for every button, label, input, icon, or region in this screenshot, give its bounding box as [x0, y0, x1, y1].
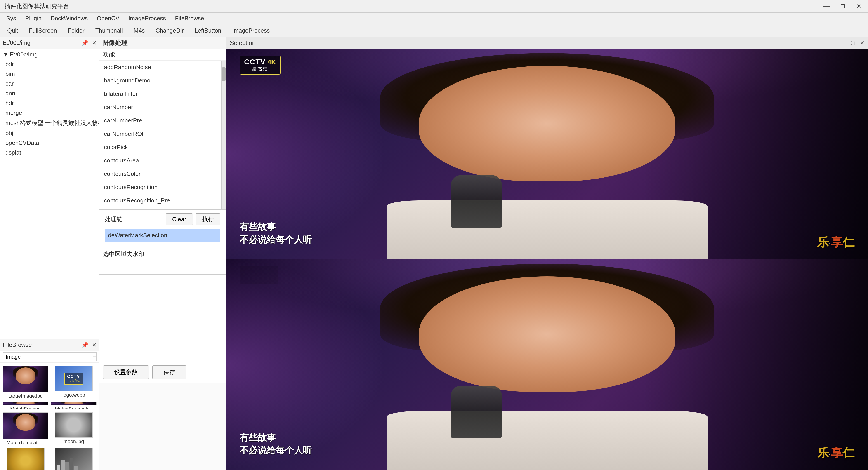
tree-item[interactable]: car	[0, 79, 99, 89]
tree-item[interactable]: qsplat	[0, 148, 99, 157]
func-item[interactable]: addRandomNoise	[99, 61, 226, 74]
file-thumbnail	[3, 412, 49, 439]
menu-opencv[interactable]: OpenCV	[93, 13, 123, 24]
cctv-sub: 超高清	[252, 66, 268, 72]
func-item[interactable]: carNumberPre	[99, 114, 226, 127]
processed-image[interactable]: 有些故事 不必说给每个人听 乐·享仁	[226, 259, 868, 470]
file-grid: LargeImage.jpg CCTV 4K 超高清 logo.webp	[0, 363, 99, 470]
img-proc-panel: 图像处理 功能 addRandomNoise backgroundDemo bi…	[99, 37, 226, 470]
tree-item[interactable]: hdr	[0, 98, 99, 108]
subtitle-line4: 不必说给每个人听	[240, 444, 312, 457]
corner-decoration-2: 乐·享仁	[817, 445, 855, 461]
tree-item[interactable]: dnn	[0, 89, 99, 98]
list-item[interactable]: Morphological-...	[50, 447, 98, 470]
close-button[interactable]: ✕	[854, 2, 864, 11]
sel-images: CCTV 4K 超高清 有些故事 不必说给每个人听 乐·享仁	[226, 49, 868, 470]
bottom-buttons: 设置参数 保存	[99, 362, 226, 383]
func-item[interactable]: contoursRecognition_Pre	[99, 194, 226, 207]
tree-item[interactable]: openCVData	[0, 138, 99, 148]
func-scroll-track	[221, 61, 226, 210]
desc-text: 选中区域去水印	[103, 251, 144, 257]
func-item[interactable]: contoursWhite	[99, 207, 226, 210]
file-thumbnail	[55, 448, 93, 470]
list-item[interactable]: moon1.jpg	[2, 447, 49, 470]
save-button[interactable]: 保存	[152, 365, 186, 379]
list-item[interactable]: moon.jpg	[50, 411, 98, 446]
toolbar-fullscreen[interactable]: FullScreen	[24, 25, 62, 36]
func-item[interactable]: contoursRecognition	[99, 181, 226, 194]
menu-filebrowse[interactable]: FileBrowse	[171, 13, 208, 24]
tree-item[interactable]: bim	[0, 69, 99, 79]
chain-buttons: Clear 执行	[166, 213, 220, 225]
selection-panel: Selection ⬡ ✕	[226, 37, 868, 470]
tree-item[interactable]: obj	[0, 128, 99, 138]
file-browse-panel: FileBrowse 📌 ✕ Image	[0, 339, 99, 470]
func-item[interactable]: contoursColor	[99, 167, 226, 181]
toolbar-imageprocess[interactable]: ImageProcess	[227, 25, 275, 36]
func-list: addRandomNoise backgroundDemo bilateralF…	[99, 61, 226, 210]
menu-sys[interactable]: Sys	[2, 13, 20, 24]
menu-imageprocess[interactable]: ImageProcess	[124, 13, 170, 24]
close-browse-icon[interactable]: ✕	[92, 342, 96, 348]
func-section-label: 功能	[99, 49, 226, 61]
tree-root-item[interactable]: ▼ E:/00c/img	[0, 50, 99, 59]
file-browse-icons: 📌 ✕	[82, 342, 96, 348]
func-item[interactable]: bilateralFilter	[99, 87, 226, 100]
func-item[interactable]: carNumber	[99, 100, 226, 114]
menu-dockwindows[interactable]: DockWindows	[46, 13, 92, 24]
file-tree-icons: 📌 ✕	[82, 40, 96, 46]
subtitle-line2: 不必说给每个人听	[240, 233, 312, 246]
pin-icon[interactable]: 📌	[82, 40, 88, 46]
minimize-button[interactable]: —	[821, 2, 832, 11]
subtitle-line3: 有些故事	[240, 431, 312, 444]
close-sel-icon[interactable]: ✕	[860, 40, 864, 46]
clear-button[interactable]: Clear	[166, 213, 193, 225]
sel-header: Selection ⬡ ✕	[226, 37, 868, 49]
subtitle-area-2: 有些故事 不必说给每个人听	[240, 431, 312, 457]
file-name: logo.webp	[62, 392, 85, 398]
list-item[interactable]: MatchTemplate...	[2, 411, 49, 446]
toolbar-changedir[interactable]: ChangeDir	[151, 25, 188, 36]
subtitle-line1: 有些故事	[240, 221, 312, 233]
window-controls: — □ ✕	[821, 2, 864, 11]
execute-button[interactable]: 执行	[195, 213, 220, 225]
file-name: MatchSrc-mark...	[55, 406, 93, 409]
toolbar: Quit FullScreen Folder Thumbnail M4s Cha…	[0, 24, 868, 37]
tree-item[interactable]: bdr	[0, 59, 99, 69]
pin-icon-2[interactable]: 📌	[82, 342, 88, 348]
toolbar-m4s[interactable]: M4s	[129, 25, 150, 36]
file-type-select[interactable]: Image	[3, 352, 96, 361]
list-item[interactable]: MatchSrc.png	[2, 400, 49, 410]
func-scroll-thumb[interactable]	[222, 67, 225, 81]
expand-icon[interactable]: ⬡	[850, 40, 855, 46]
func-item[interactable]: backgroundDemo	[99, 74, 226, 87]
list-item[interactable]: CCTV 4K 超高清 logo.webp	[50, 365, 98, 399]
cctv-4k: 4K	[268, 58, 276, 66]
file-thumbnail	[55, 412, 93, 438]
chain-item[interactable]: deWaterMarkSelection	[105, 229, 220, 242]
main-layout: E:/00c/img 📌 ✕ ▼ E:/00c/img bdr bim car …	[0, 37, 868, 470]
list-item[interactable]: LargeImage.jpg	[2, 365, 49, 399]
func-item[interactable]: carNumberROI	[99, 127, 226, 140]
toolbar-leftbutton[interactable]: LeftButton	[190, 25, 226, 36]
maximize-button[interactable]: □	[839, 2, 847, 11]
close-tree-icon[interactable]: ✕	[92, 40, 96, 46]
tree-item[interactable]: merge	[0, 108, 99, 118]
ip-header: 图像处理	[99, 37, 226, 49]
func-item[interactable]: contoursArea	[99, 154, 226, 167]
toolbar-quit[interactable]: Quit	[2, 25, 23, 36]
tree-item[interactable]: mesh格式模型 一个精灵族社汉人物模...	[0, 118, 99, 128]
log-area	[99, 383, 226, 470]
func-item[interactable]: colorPick	[99, 140, 226, 154]
title-bar: 插件化图像算法研究平台 — □ ✕	[0, 0, 868, 13]
file-name: LargeImage.jpg	[8, 393, 43, 398]
file-name: MatchTemplate...	[6, 440, 44, 444]
toolbar-thumbnail[interactable]: Thumbnail	[90, 25, 128, 36]
set-params-button[interactable]: 设置参数	[103, 365, 149, 379]
file-tree-panel: E:/00c/img 📌 ✕ ▼ E:/00c/img bdr bim car …	[0, 37, 99, 339]
file-browse-title: FileBrowse	[3, 341, 32, 348]
original-image[interactable]: CCTV 4K 超高清 有些故事 不必说给每个人听 乐·享仁	[226, 49, 868, 259]
list-item[interactable]: MatchSrc-mark...	[50, 400, 98, 410]
toolbar-folder[interactable]: Folder	[63, 25, 90, 36]
menu-plugin[interactable]: Plugin	[21, 13, 45, 24]
